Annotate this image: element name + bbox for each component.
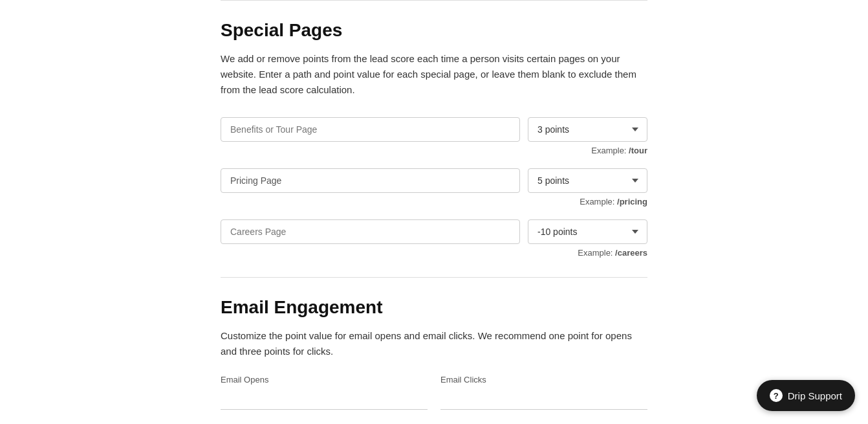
email-inputs-row: Email Opens Email Clicks	[221, 375, 647, 410]
points-select-wrapper-3: 3 points 1 point 2 points 4 points 5 poi…	[528, 219, 647, 244]
drip-support-label: Drip Support	[788, 390, 842, 401]
special-pages-title: Special Pages	[221, 20, 647, 41]
example-path-1: /tour	[629, 146, 647, 155]
page-input-group-2: 3 points 1 point 2 points 4 points 5 poi…	[221, 168, 647, 193]
page-input-2[interactable]	[221, 168, 520, 193]
points-select-wrapper-1: 3 points 1 point 2 points 4 points 5 poi…	[528, 117, 647, 142]
example-label-2: Example:	[580, 197, 614, 206]
drip-support-button[interactable]: Drip Support	[757, 380, 855, 411]
points-select-wrapper-2: 3 points 1 point 2 points 4 points 5 poi…	[528, 168, 647, 193]
page-row-3: 3 points 1 point 2 points 4 points 5 poi…	[221, 219, 647, 258]
example-text-2: Example: /pricing	[221, 197, 647, 206]
page-input-1[interactable]	[221, 117, 520, 142]
email-opens-label: Email Opens	[221, 375, 428, 385]
top-divider	[221, 0, 647, 1]
email-engagement-title: Email Engagement	[221, 297, 647, 318]
email-clicks-input[interactable]	[440, 388, 647, 410]
page-input-group-1: 3 points 1 point 2 points 4 points 5 poi…	[221, 117, 647, 142]
drip-support-icon	[770, 389, 783, 402]
example-path-2: /pricing	[617, 197, 647, 206]
email-clicks-label: Email Clicks	[440, 375, 647, 385]
bottom-divider	[221, 277, 647, 278]
points-select-1[interactable]: 3 points 1 point 2 points 4 points 5 poi…	[528, 117, 647, 142]
example-text-3: Example: /careers	[221, 248, 647, 258]
email-opens-group: Email Opens	[221, 375, 428, 410]
email-opens-input[interactable]	[221, 388, 428, 410]
page-row-1: 3 points 1 point 2 points 4 points 5 poi…	[221, 117, 647, 155]
points-select-2[interactable]: 3 points 1 point 2 points 4 points 5 poi…	[528, 168, 647, 193]
example-path-3: /careers	[615, 248, 647, 258]
page-row-2: 3 points 1 point 2 points 4 points 5 poi…	[221, 168, 647, 206]
email-clicks-group: Email Clicks	[440, 375, 647, 410]
page-input-group-3: 3 points 1 point 2 points 4 points 5 poi…	[221, 219, 647, 244]
example-label-3: Example:	[578, 248, 613, 258]
special-pages-description: We add or remove points from the lead sc…	[221, 51, 647, 98]
example-text-1: Example: /tour	[221, 146, 647, 155]
example-label-1: Example:	[591, 146, 626, 155]
page-input-3[interactable]	[221, 219, 520, 244]
points-select-3[interactable]: 3 points 1 point 2 points 4 points 5 poi…	[528, 219, 647, 244]
email-engagement-description: Customize the point value for email open…	[221, 328, 647, 359]
